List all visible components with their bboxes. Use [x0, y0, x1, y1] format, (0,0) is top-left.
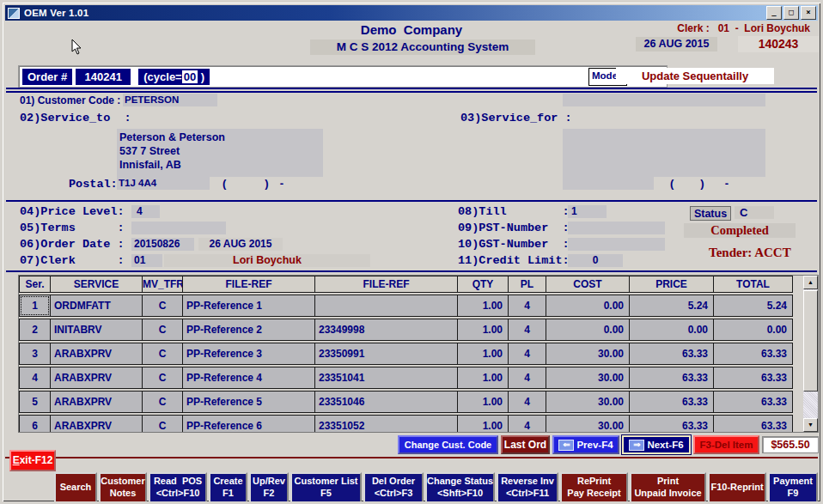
- order-date-field[interactable]: 20150826: [131, 238, 194, 251]
- terms-field[interactable]: [131, 222, 226, 234]
- order-number-field[interactable]: 140241: [76, 69, 131, 85]
- postal-field-right[interactable]: [563, 177, 654, 190]
- table-cell[interactable]: 0.00: [546, 295, 630, 317]
- table-cell[interactable]: 6: [19, 415, 51, 433]
- create-button[interactable]: CreateF1: [209, 472, 247, 503]
- scroll-down-icon[interactable]: ▼: [803, 418, 818, 432]
- scroll-up-icon[interactable]: ▲: [803, 276, 818, 289]
- cycle-field[interactable]: (cycle=00 ): [138, 69, 210, 85]
- payment-button[interactable]: PaymentF9: [768, 472, 818, 503]
- service-for-address[interactable]: [563, 129, 765, 177]
- table-cell[interactable]: 4: [508, 391, 546, 413]
- table-row[interactable]: 4ARABXPRVCPP-Reference 4233510411.00430.…: [19, 367, 818, 389]
- table-cell[interactable]: 4: [508, 295, 546, 317]
- table-cell[interactable]: 63.33: [713, 367, 793, 389]
- print-unpaid-invoice-button[interactable]: PrintUnpaid Invoice: [630, 472, 706, 503]
- table-cell[interactable]: ORDMFATT: [50, 295, 143, 317]
- table-cell[interactable]: C: [142, 367, 183, 389]
- table-cell[interactable]: 63.33: [713, 391, 793, 413]
- table-row[interactable]: 5ARABXPRVCPP-Reference 5233510461.00430.…: [19, 391, 818, 413]
- del-order-button[interactable]: Del Order<Ctrl>F3: [363, 472, 424, 503]
- table-cell[interactable]: 1.00: [457, 295, 509, 317]
- prev-button[interactable]: ⇐Prev-F4: [552, 435, 619, 454]
- table-cell[interactable]: 5.24: [713, 295, 793, 317]
- next-button[interactable]: ⇒Next-F6: [622, 435, 691, 454]
- phone-field-left[interactable]: ()-: [223, 177, 283, 190]
- table-cell[interactable]: 1.00: [457, 367, 509, 389]
- table-cell[interactable]: C: [142, 319, 183, 341]
- table-cell[interactable]: C: [142, 391, 183, 413]
- service-to-address[interactable]: Peterson & Peterson 537 7 Street Innisfa…: [117, 129, 323, 177]
- table-cell[interactable]: 5.24: [629, 295, 714, 317]
- minimize-button[interactable]: _: [766, 6, 782, 20]
- table-cell[interactable]: 23351046: [314, 391, 458, 413]
- pst-number-field[interactable]: [568, 222, 665, 234]
- scrollbar-thumb[interactable]: [803, 290, 818, 392]
- reprint-pay-receipt-button[interactable]: RePrintPay Receipt: [560, 472, 628, 503]
- line-items-table[interactable]: Ser.SERVICEMV_TFRFILE-REFFILE-REFQTYPLCO…: [18, 275, 819, 433]
- table-cell[interactable]: 30.00: [546, 343, 630, 365]
- title-bar[interactable]: OEM Ver 1.01 _ □ ×: [5, 5, 818, 21]
- del-item-button[interactable]: F3-Del Item: [693, 435, 759, 454]
- table-cell[interactable]: 1.00: [457, 415, 509, 433]
- table-cell[interactable]: C: [142, 415, 183, 433]
- table-cell[interactable]: 63.33: [713, 343, 793, 365]
- table-cell[interactable]: 4: [508, 415, 546, 433]
- customer-notes-button[interactable]: CustomerNotes: [99, 472, 147, 503]
- table-cell[interactable]: 3: [19, 343, 51, 365]
- table-cell[interactable]: [314, 295, 458, 317]
- table-cell[interactable]: PP-Reference 6: [182, 415, 315, 433]
- gst-number-field[interactable]: [568, 238, 665, 251]
- table-cell[interactable]: 5: [19, 391, 51, 413]
- change-cust-code-button[interactable]: Change Cust. Code: [398, 435, 498, 454]
- cycle-value[interactable]: 00: [182, 70, 198, 83]
- table-cell[interactable]: PP-Reference 4: [182, 367, 315, 389]
- table-cell[interactable]: 30.00: [546, 415, 630, 433]
- table-cell[interactable]: 0.00: [546, 319, 630, 341]
- table-cell[interactable]: 1.00: [457, 319, 509, 341]
- table-cell[interactable]: 23350991: [314, 343, 458, 365]
- table-cell[interactable]: PP-Reference 1: [182, 295, 315, 317]
- table-cell[interactable]: 1.00: [457, 391, 509, 413]
- table-cell[interactable]: 1.00: [457, 343, 509, 365]
- close-button[interactable]: ×: [801, 6, 816, 20]
- table-cell[interactable]: 1: [19, 295, 51, 317]
- search-button[interactable]: Search: [54, 472, 97, 503]
- table-cell[interactable]: PP-Reference 3: [182, 343, 315, 365]
- table-cell[interactable]: 4: [508, 319, 546, 341]
- table-cell[interactable]: PP-Reference 2: [182, 319, 315, 341]
- price-level-field[interactable]: 4: [131, 205, 160, 218]
- table-cell[interactable]: 30.00: [546, 391, 630, 413]
- table-cell[interactable]: 23351041: [314, 367, 458, 389]
- customer-code-field[interactable]: PETERSON: [123, 94, 217, 106]
- table-row[interactable]: 2INITABRVCPP-Reference 2233499981.0040.0…: [19, 319, 818, 341]
- table-cell[interactable]: 63.33: [629, 343, 714, 365]
- table-cell[interactable]: 63.33: [713, 415, 793, 433]
- table-cell[interactable]: ARABXPRV: [50, 343, 143, 365]
- table-cell[interactable]: 0.00: [629, 319, 714, 341]
- phone-field-right[interactable]: ()-: [670, 177, 729, 190]
- customer-list-button[interactable]: Customer ListF5: [290, 472, 362, 503]
- table-cell[interactable]: C: [142, 343, 183, 365]
- table-cell[interactable]: 63.33: [629, 391, 714, 413]
- table-cell[interactable]: 2: [19, 319, 51, 341]
- table-cell[interactable]: 30.00: [546, 367, 630, 389]
- table-cell[interactable]: 23349998: [314, 319, 458, 341]
- clerk-field[interactable]: 01: [131, 254, 162, 267]
- table-cell[interactable]: C: [142, 295, 183, 317]
- table-cell[interactable]: 4: [19, 367, 51, 389]
- table-row[interactable]: 6ARABXPRVCPP-Reference 6233510521.00430.…: [19, 415, 818, 433]
- credit-limit-field[interactable]: 0: [568, 254, 623, 267]
- table-row[interactable]: 3ARABXPRVCPP-Reference 3233509911.00430.…: [19, 343, 818, 365]
- table-cell[interactable]: ARABXPRV: [50, 415, 143, 433]
- exit-button[interactable]: Exit-F12: [9, 450, 56, 471]
- postal-field[interactable]: T1J 4A4: [117, 177, 210, 190]
- table-cell[interactable]: 63.33: [629, 415, 714, 433]
- table-cell[interactable]: ARABXPRV: [50, 367, 143, 389]
- f10-reprint-button[interactable]: F10-Reprint: [708, 472, 766, 503]
- last-ord-button[interactable]: Last Ord: [501, 435, 550, 454]
- table-cell[interactable]: 63.33: [629, 367, 714, 389]
- reverse-inv-button[interactable]: Reverse Inv<Ctrl>F11: [497, 472, 558, 503]
- table-cell[interactable]: 0.00: [713, 319, 793, 341]
- table-cell[interactable]: 4: [508, 343, 546, 365]
